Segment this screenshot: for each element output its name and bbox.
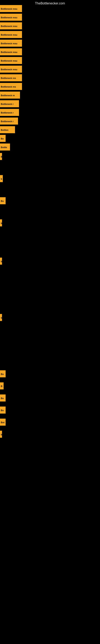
bar-label-23: Bo bbox=[0, 370, 6, 377]
bar-label-28: b bbox=[0, 431, 2, 438]
bar-item-24: B bbox=[0, 382, 4, 390]
bar-label-10: Bottleneck re bbox=[0, 92, 20, 98]
bar-label-17: B bbox=[0, 153, 2, 160]
bar-item-22: b bbox=[0, 314, 2, 321]
bar-label-6: Bottleneck resu bbox=[0, 57, 22, 64]
bar-label-2: Bottleneck resu bbox=[0, 22, 22, 30]
bar-item-2: Bottleneck resu bbox=[0, 22, 22, 30]
bar-item-1: Bottleneck resu bbox=[0, 14, 22, 21]
bar-label-21: b bbox=[0, 258, 2, 265]
bar-item-5: Bottleneck resu bbox=[0, 48, 22, 55]
bar-item-26: Bo bbox=[0, 406, 6, 414]
bar-label-19: Bo bbox=[0, 197, 6, 204]
bar-item-17: B bbox=[0, 153, 2, 160]
bar-item-11: Bottleneck r bbox=[0, 100, 19, 107]
bar-item-7: Bottleneck resu bbox=[0, 66, 22, 73]
bar-label-18: b bbox=[0, 175, 3, 182]
bar-label-20: b bbox=[0, 219, 2, 226]
bar-label-13: Bottleneck r bbox=[0, 118, 18, 124]
bar-label-3: Bottleneck resu bbox=[0, 31, 22, 38]
bar-item-21: b bbox=[0, 258, 2, 265]
bar-label-26: Bo bbox=[0, 406, 6, 414]
bar-label-5: Bottleneck resu bbox=[0, 48, 22, 55]
bar-item-20: b bbox=[0, 219, 2, 226]
bar-item-18: b bbox=[0, 175, 3, 182]
bar-label-24: B bbox=[0, 382, 3, 390]
bar-label-8: Bottleneck res bbox=[0, 74, 22, 81]
bar-label-9: Bottleneck res bbox=[0, 83, 22, 90]
bar-item-12: Bottleneck r bbox=[0, 109, 19, 116]
bar-item-13: Bottleneck r bbox=[0, 118, 18, 124]
bar-item-3: Bottleneck resu bbox=[0, 31, 22, 38]
bar-item-4: Bottleneck resu bbox=[0, 40, 22, 47]
bar-item-9: Bottleneck res bbox=[0, 83, 22, 90]
bar-label-22: b bbox=[0, 314, 2, 321]
bar-label-15: Bo bbox=[0, 135, 6, 142]
bar-item-10: Bottleneck re bbox=[0, 92, 20, 98]
bar-label-16: Bottle bbox=[0, 144, 10, 150]
bar-label-27: Bot bbox=[0, 418, 6, 426]
bar-item-28: b bbox=[0, 431, 2, 438]
bar-item-23: Bo bbox=[0, 370, 6, 377]
bar-label-0: Bottleneck resu bbox=[0, 5, 22, 12]
bar-label-14: Bottlen bbox=[0, 126, 15, 133]
bar-label-25: Bo bbox=[0, 394, 6, 402]
bar-item-15: Bo bbox=[0, 135, 6, 142]
bar-label-12: Bottleneck r bbox=[0, 109, 19, 116]
bar-item-16: Bottle bbox=[0, 144, 10, 150]
bar-item-25: Bo bbox=[0, 394, 6, 402]
bar-item-6: Bottleneck resu bbox=[0, 57, 22, 64]
bar-item-19: Bo bbox=[0, 197, 6, 204]
bar-label-4: Bottleneck resu bbox=[0, 40, 22, 47]
bar-item-27: Bot bbox=[0, 418, 6, 426]
bar-label-11: Bottleneck r bbox=[0, 100, 19, 107]
bar-label-7: Bottleneck resu bbox=[0, 66, 22, 73]
bar-item-8: Bottleneck res bbox=[0, 74, 22, 81]
bar-label-1: Bottleneck resu bbox=[0, 14, 22, 21]
bar-item-0: Bottleneck resu bbox=[0, 5, 22, 12]
bar-item-14: Bottlen bbox=[0, 126, 15, 133]
